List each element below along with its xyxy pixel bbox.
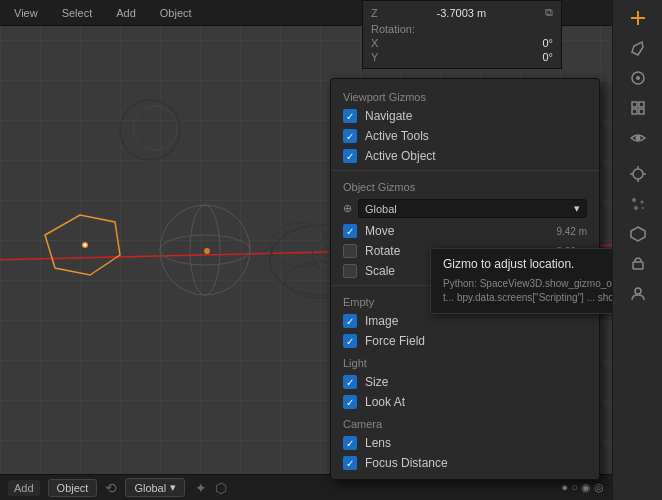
move-item[interactable]: ✓ Move 9.42 m [331,221,599,241]
navigate-label: Navigate [365,109,412,123]
svg-rect-22 [632,109,637,114]
rotate-gizmo-icon: ✦ [195,480,207,496]
tooltip-python: Python: SpaceView3D.show_gizmo_object...… [443,277,612,305]
look-at-label: Look At [365,395,405,409]
coord-display: Z -3.7003 m ⧉ Rotation: X 0° Y 0° [362,0,562,69]
tooltip-python-label: Python: [443,278,477,289]
object-gizmos-label: Object Gizmos [331,175,599,196]
object-dropdown[interactable]: Object [48,479,98,497]
global-select-row: ⊕ Global ▾ [331,196,599,221]
x-value: 0° [542,37,553,49]
item-panel-icon[interactable] [620,94,656,122]
active-object-label: Active Object [365,149,436,163]
scale-checkbox[interactable] [343,264,357,278]
copy-icon[interactable]: ⧉ [545,6,553,19]
force-field-label: Force Field [365,334,425,348]
physics-panel-icon[interactable] [620,220,656,248]
global-mode-dropdown[interactable]: Global ▾ [125,478,185,497]
add-button[interactable]: Add [8,480,40,496]
lens-item[interactable]: ✓ Lens [331,433,599,453]
look-at-checkbox[interactable]: ✓ [343,395,357,409]
x-label: X [371,37,378,49]
z-label: Z [371,7,378,19]
top-bar-add[interactable]: Add [110,5,142,21]
particle-panel-icon[interactable] [620,190,656,218]
size-label: Size [365,375,388,389]
tool-panel-icon[interactable] [620,64,656,92]
global-icon: ⊕ [343,202,352,215]
viewport-gizmos-label: Viewport Gizmos [331,85,599,106]
force-field-item[interactable]: ✓ Force Field [331,331,599,351]
size-item[interactable]: ✓ Size [331,372,599,392]
viewport-shading-icons: ● ○ ◉ ◎ [562,481,604,494]
svg-point-3 [84,244,87,247]
size-checkbox[interactable]: ✓ [343,375,357,389]
image-checkbox[interactable]: ✓ [343,314,357,328]
svg-point-24 [635,136,640,141]
look-at-item[interactable]: ✓ Look At [331,392,599,412]
transform-icon: ⟲ [105,480,117,496]
constraint-panel-icon[interactable] [620,250,656,278]
svg-rect-20 [632,102,637,107]
lens-checkbox[interactable]: ✓ [343,436,357,450]
rotation-label: Rotation: [371,23,415,35]
active-tools-checkbox[interactable]: ✓ [343,129,357,143]
svg-point-35 [635,288,641,294]
svg-point-25 [633,169,643,179]
move-label: Move [365,224,394,238]
right-panel [612,0,662,500]
image-item[interactable]: ✓ Image [331,311,599,331]
svg-rect-34 [633,262,643,269]
svg-point-11 [270,223,330,267]
focus-distance-item[interactable]: ✓ Focus Distance [331,453,599,473]
active-object-checkbox[interactable]: ✓ [343,149,357,163]
top-bar-view[interactable]: View [8,5,44,21]
active-object-item[interactable]: ✓ Active Object [331,146,599,166]
y-value: 0° [542,51,553,63]
svg-rect-23 [639,109,644,114]
svg-point-30 [632,198,636,202]
move-checkbox[interactable]: ✓ [343,224,357,238]
z-value: -3.7003 m [437,7,487,19]
create-panel-icon[interactable] [620,4,656,32]
rotate-label: Rotate [365,244,400,258]
mesh-icon: ⬡ [215,480,227,496]
svg-point-4 [120,100,180,160]
divider-1 [331,170,599,171]
image-label: Image [365,314,398,328]
active-tools-label: Active Tools [365,129,429,143]
svg-point-33 [642,207,644,209]
top-bar-select[interactable]: Select [56,5,99,21]
edit-panel-icon[interactable] [620,34,656,62]
navigate-item[interactable]: ✓ Navigate [331,106,599,126]
viewport[interactable]: View Select Add Object Z -3.7003 m ⧉ Rot… [0,0,612,500]
move-value: 9.42 m [556,226,587,237]
tooltip: Gizmo to adjust location. Python: SpaceV… [430,248,612,314]
tooltip-title: Gizmo to adjust location. [443,257,612,271]
global-dropdown[interactable]: Global ▾ [358,199,587,218]
focus-distance-label: Focus Distance [365,456,448,470]
render-panel-icon[interactable] [620,160,656,188]
svg-point-5 [133,106,177,150]
scale-label: Scale [365,264,395,278]
svg-point-9 [204,248,210,254]
y-label: Y [371,51,378,63]
top-bar-object[interactable]: Object [154,5,198,21]
svg-point-19 [636,76,640,80]
lens-label: Lens [365,436,391,450]
active-tools-item[interactable]: ✓ Active Tools [331,126,599,146]
light-section-label: Light [331,351,599,372]
rotate-checkbox[interactable] [343,244,357,258]
svg-point-32 [634,206,638,210]
svg-point-31 [640,201,643,204]
scene-panel-icon[interactable] [620,280,656,308]
navigate-checkbox[interactable]: ✓ [343,109,357,123]
focus-distance-checkbox[interactable]: ✓ [343,456,357,470]
force-field-checkbox[interactable]: ✓ [343,334,357,348]
svg-rect-21 [639,102,644,107]
view-panel-icon[interactable] [620,124,656,152]
svg-rect-17 [637,11,639,25]
camera-section-label: Camera [331,412,599,433]
